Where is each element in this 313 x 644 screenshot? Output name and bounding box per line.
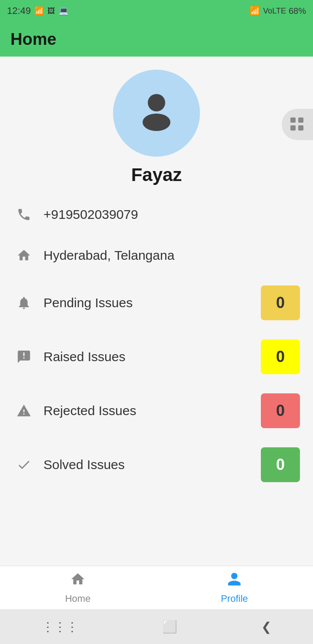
status-bar: 12:49 📶 🖼 💻 📶 VoLTE 68%: [0, 0, 313, 22]
pending-issues-row[interactable]: Pending Issues 0: [13, 276, 300, 330]
solved-issues-count: 0: [276, 456, 285, 474]
grid-dot-1: [290, 117, 296, 123]
raised-issues-badge: 0: [261, 339, 300, 374]
location-text: Hyderabad, Telangana: [43, 248, 300, 263]
rejected-issues-row[interactable]: Rejected Issues 0: [13, 384, 300, 438]
grid-dot-2: [298, 117, 303, 123]
avatar-icon: [135, 87, 178, 139]
home-nav-label: Home: [65, 593, 91, 604]
back-button[interactable]: ❮: [261, 620, 271, 634]
laptop-icon: 💻: [59, 6, 68, 16]
home-icon: [13, 245, 35, 266]
chat-icon: [13, 346, 35, 368]
svg-point-1: [143, 114, 170, 131]
rejected-issues-badge: 0: [261, 393, 300, 428]
info-list: +919502039079 Hyderabad, Telangana Pendi…: [0, 194, 313, 492]
solved-issues-label: Solved Issues: [43, 457, 252, 472]
grid-menu-button[interactable]: [282, 109, 313, 140]
avatar-section: Fayaz: [0, 70, 313, 185]
time-display: 12:49: [7, 5, 31, 17]
phone-number: +919502039079: [43, 207, 300, 222]
main-content: Fayaz +919502039079 Hyderabad, Telangana: [0, 57, 313, 587]
phone-row: +919502039079: [13, 194, 300, 235]
user-name: Fayaz: [131, 164, 182, 185]
image-icon: 🖼: [47, 7, 55, 16]
grid-dot-3: [290, 125, 296, 131]
nav-item-home[interactable]: Home: [65, 571, 91, 604]
page-title: Home: [10, 30, 57, 49]
network-icon: 📶: [34, 6, 44, 16]
svg-point-0: [148, 94, 165, 111]
raised-issues-count: 0: [276, 348, 285, 366]
status-left: 12:49 📶 🖼 💻: [7, 5, 68, 17]
pending-issues-badge: 0: [261, 285, 300, 320]
warning-icon: [13, 400, 35, 422]
nav-item-profile[interactable]: Profile: [221, 571, 248, 604]
bell-icon: [13, 292, 35, 314]
wifi-icon: 📶: [250, 6, 260, 16]
check-icon: [13, 454, 35, 476]
grid-dot-4: [298, 125, 303, 131]
app-header: Home: [0, 22, 313, 57]
pending-issues-count: 0: [276, 294, 285, 312]
system-nav: ⋮⋮⋮ ⬜ ❮: [0, 609, 313, 644]
battery-label: 68%: [289, 6, 306, 16]
pending-issues-label: Pending Issues: [43, 295, 252, 310]
home-nav-icon: [70, 571, 86, 590]
rejected-issues-count: 0: [276, 402, 285, 420]
home-button[interactable]: ⬜: [162, 620, 177, 634]
status-right: 📶 VoLTE 68%: [250, 6, 306, 16]
bottom-nav: Home Profile: [0, 566, 313, 609]
avatar: [113, 70, 200, 157]
solved-issues-row[interactable]: Solved Issues 0: [13, 438, 300, 492]
location-row: Hyderabad, Telangana: [13, 235, 300, 276]
raised-issues-row[interactable]: Raised Issues 0: [13, 330, 300, 384]
menu-button[interactable]: ⋮⋮⋮: [42, 620, 78, 634]
phone-icon: [13, 204, 35, 225]
grid-icon: [290, 117, 304, 131]
solved-issues-badge: 0: [261, 447, 300, 482]
profile-nav-label: Profile: [221, 593, 248, 604]
profile-nav-icon: [226, 571, 242, 590]
signal-label: VoLTE: [263, 7, 286, 16]
raised-issues-label: Raised Issues: [43, 349, 252, 364]
rejected-issues-label: Rejected Issues: [43, 403, 252, 418]
